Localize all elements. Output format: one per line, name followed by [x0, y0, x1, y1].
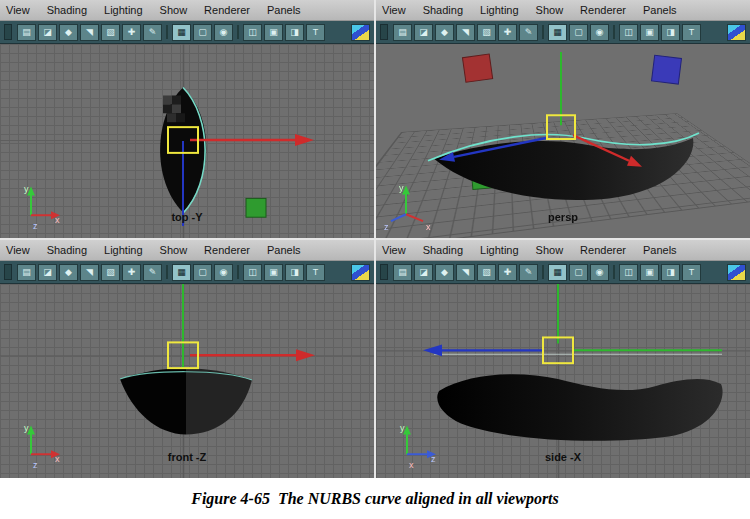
- film-gate-icon[interactable]: ◨: [285, 264, 304, 281]
- toolbar-grip[interactable]: [380, 24, 388, 40]
- nurbs-surface-left[interactable]: [120, 368, 186, 434]
- image-plane-red[interactable]: [462, 54, 492, 82]
- image-plane-icon[interactable]: ▧: [101, 24, 120, 41]
- select-camera-icon[interactable]: ▤: [17, 24, 36, 41]
- menu-show[interactable]: Show: [160, 244, 188, 256]
- film-gate-icon[interactable]: ◨: [661, 24, 680, 41]
- menu-renderer[interactable]: Renderer: [204, 4, 250, 16]
- toolbar-grip[interactable]: [4, 264, 12, 280]
- snap-icon[interactable]: ✚: [498, 24, 517, 41]
- menu-panels[interactable]: Panels: [267, 4, 301, 16]
- camera-attributes-icon[interactable]: ◆: [59, 264, 78, 281]
- menu-panels[interactable]: Panels: [643, 4, 677, 16]
- lock-camera-icon[interactable]: ◪: [414, 264, 433, 281]
- scene-cube-icon[interactable]: [727, 264, 746, 281]
- bookmark-icon[interactable]: ◥: [456, 264, 475, 281]
- text-icon[interactable]: T: [682, 24, 701, 41]
- lock-camera-icon[interactable]: ◪: [38, 24, 57, 41]
- text-icon[interactable]: T: [682, 264, 701, 281]
- shaded-icon[interactable]: ▢: [569, 264, 588, 281]
- snap-icon[interactable]: ✚: [122, 264, 141, 281]
- menu-show[interactable]: Show: [160, 4, 188, 16]
- wireframe-icon[interactable]: ▦: [172, 264, 191, 281]
- scene-cube-icon[interactable]: [727, 24, 746, 41]
- snap-icon[interactable]: ✚: [498, 264, 517, 281]
- shadows-icon[interactable]: ▣: [264, 24, 283, 41]
- wireframe-icon[interactable]: ▦: [172, 24, 191, 41]
- film-gate-icon[interactable]: ◨: [285, 24, 304, 41]
- textured-icon[interactable]: ◉: [214, 24, 233, 41]
- film-gate-icon[interactable]: ◨: [661, 264, 680, 281]
- textured-icon[interactable]: ◉: [590, 264, 609, 281]
- menu-view[interactable]: View: [382, 244, 406, 256]
- nurbs-surface[interactable]: [437, 374, 722, 441]
- image-plane-icon[interactable]: ▧: [101, 264, 120, 281]
- wireframe-icon[interactable]: ▦: [548, 264, 567, 281]
- wireframe-icon[interactable]: ▦: [548, 24, 567, 41]
- viewport-canvas-side[interactable]: y z x side -X: [376, 284, 750, 478]
- menu-lighting[interactable]: Lighting: [104, 4, 143, 16]
- menu-renderer[interactable]: Renderer: [580, 244, 626, 256]
- menu-lighting[interactable]: Lighting: [480, 4, 519, 16]
- menu-view[interactable]: View: [382, 4, 406, 16]
- z-axis-arrowhead[interactable]: [423, 344, 442, 356]
- menu-renderer[interactable]: Renderer: [580, 4, 626, 16]
- grease-pencil-icon[interactable]: ✎: [519, 24, 538, 41]
- x-axis-arrowhead[interactable]: [296, 349, 315, 361]
- toolbar-grip[interactable]: [380, 264, 388, 280]
- menu-shading[interactable]: Shading: [423, 4, 463, 16]
- lights-icon[interactable]: ◫: [619, 24, 638, 41]
- menu-view[interactable]: View: [6, 244, 30, 256]
- scene-cube-icon[interactable]: [351, 264, 370, 281]
- text-icon[interactable]: T: [306, 264, 325, 281]
- shadows-icon[interactable]: ▣: [264, 264, 283, 281]
- text-icon[interactable]: T: [306, 24, 325, 41]
- scene-cube-icon[interactable]: [351, 24, 370, 41]
- menu-shading[interactable]: Shading: [423, 244, 463, 256]
- menu-lighting[interactable]: Lighting: [104, 244, 143, 256]
- shadows-icon[interactable]: ▣: [640, 264, 659, 281]
- grease-pencil-icon[interactable]: ✎: [519, 264, 538, 281]
- textured-icon[interactable]: ◉: [214, 264, 233, 281]
- menu-renderer[interactable]: Renderer: [204, 244, 250, 256]
- lock-camera-icon[interactable]: ◪: [38, 264, 57, 281]
- shaded-icon[interactable]: ▢: [193, 264, 212, 281]
- bookmark-icon[interactable]: ◥: [456, 24, 475, 41]
- viewport-canvas-top[interactable]: y x z top -Y: [0, 44, 374, 238]
- viewport-canvas-persp[interactable]: y x z persp: [376, 44, 750, 238]
- grease-pencil-icon[interactable]: ✎: [143, 264, 162, 281]
- shaded-icon[interactable]: ▢: [569, 24, 588, 41]
- bookmark-icon[interactable]: ◥: [80, 264, 99, 281]
- image-plane-icon[interactable]: ▧: [477, 264, 496, 281]
- menu-panels[interactable]: Panels: [267, 244, 301, 256]
- menu-view[interactable]: View: [6, 4, 30, 16]
- toolbar-grip[interactable]: [4, 24, 12, 40]
- lights-icon[interactable]: ◫: [243, 264, 262, 281]
- menu-lighting[interactable]: Lighting: [480, 244, 519, 256]
- menu-panels[interactable]: Panels: [643, 244, 677, 256]
- select-camera-icon[interactable]: ▤: [393, 264, 412, 281]
- camera-attributes-icon[interactable]: ◆: [435, 24, 454, 41]
- lights-icon[interactable]: ◫: [619, 264, 638, 281]
- viewport-canvas-front[interactable]: y x z front -Z: [0, 284, 374, 478]
- shadows-icon[interactable]: ▣: [640, 24, 659, 41]
- menu-shading[interactable]: Shading: [47, 4, 87, 16]
- menu-show[interactable]: Show: [536, 244, 564, 256]
- lights-icon[interactable]: ◫: [243, 24, 262, 41]
- nurbs-surface[interactable]: [434, 138, 693, 200]
- snap-icon[interactable]: ✚: [122, 24, 141, 41]
- textured-icon[interactable]: ◉: [590, 24, 609, 41]
- x-axis-arrowhead[interactable]: [295, 134, 314, 146]
- menu-show[interactable]: Show: [536, 4, 564, 16]
- select-camera-icon[interactable]: ▤: [17, 264, 36, 281]
- image-plane-icon[interactable]: ▧: [477, 24, 496, 41]
- camera-attributes-icon[interactable]: ◆: [435, 264, 454, 281]
- camera-attributes-icon[interactable]: ◆: [59, 24, 78, 41]
- grease-pencil-icon[interactable]: ✎: [143, 24, 162, 41]
- nurbs-surface-right[interactable]: [186, 368, 252, 434]
- shaded-icon[interactable]: ▢: [193, 24, 212, 41]
- bookmark-icon[interactable]: ◥: [80, 24, 99, 41]
- image-plane-blue[interactable]: [652, 55, 682, 84]
- lock-camera-icon[interactable]: ◪: [414, 24, 433, 41]
- select-camera-icon[interactable]: ▤: [393, 24, 412, 41]
